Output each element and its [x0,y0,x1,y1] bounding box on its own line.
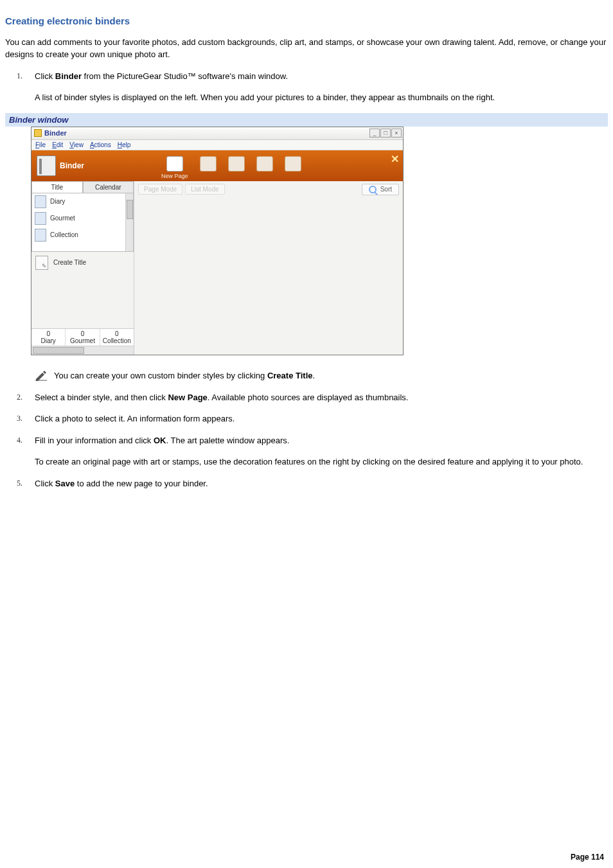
menu-file[interactable]: File [35,141,46,148]
intro-paragraph: You can add comments to your favorite ph… [5,37,608,61]
bold-term: New Page [168,393,207,402]
binder-style-icon [35,229,46,242]
window-body: Title Calendar Diary Gourmet Collection [31,181,403,355]
count-label: Gourmet [66,337,99,344]
count-label: Diary [31,337,65,344]
count-number: 0 [66,330,99,337]
window-titlebar: Binder _ □ × [31,127,403,140]
toolbar-binder-block: Binder [31,155,84,176]
text-fragment: Click [35,479,55,488]
scrollbar-thumb[interactable] [127,200,133,219]
step-number: 5. [17,477,22,489]
page-mode-button[interactable]: Page Mode [138,184,182,195]
magnifier-icon [369,186,377,193]
menu-actions[interactable]: Actions [90,141,111,148]
toolbar-new-page[interactable]: New Page [161,156,188,179]
step-text: Click Binder from the PictureGear Studio… [35,71,288,81]
scrollbar-thumb[interactable] [33,347,84,354]
list-item-label: Diary [50,198,65,205]
page-title: Creating electronic binders [5,15,608,26]
pencil-icon [35,371,48,381]
toolbar-buttons: New Page [161,152,301,179]
toolbar: Binder New Page ✕ [31,150,403,181]
maximize-button[interactable]: □ [380,128,391,137]
toolbar-icon [285,156,301,172]
bold-term: Binder [55,71,82,81]
text-fragment: . Available photo sources are displayed … [208,393,409,402]
count-cell: 0 Collection [100,329,134,346]
right-panel: Page Mode List Mode Sort [134,181,403,355]
binder-style-icon [35,195,46,208]
step-number: 1. [17,70,22,82]
toolbar-icon [256,156,273,172]
step-subtext: To create an original page with art or s… [35,456,608,468]
step-5: 5. Click Save to add the new page to you… [21,477,608,490]
toolbar-tools-icon[interactable]: ✕ [391,153,399,165]
window-title: Binder [44,129,67,137]
toolbar-icon [228,156,245,172]
minimize-button[interactable]: _ [369,128,380,137]
text-fragment: You can create your own custom binder st… [54,371,267,380]
text-fragment: . The art palette window appears. [166,436,289,445]
binder-icon [37,155,56,176]
vertical-scrollbar[interactable] [125,193,133,251]
new-page-label: New Page [161,173,188,179]
list-item[interactable]: Diary [32,193,133,210]
list-item[interactable]: Collection [32,227,133,244]
create-title-icon [35,256,48,270]
text-fragment: from the PictureGear Studio™ software's … [82,71,288,81]
toolbar-btn-5[interactable] [285,156,301,172]
tip-text: You can create your own custom binder st… [54,371,315,380]
menu-view[interactable]: View [69,141,84,148]
step-4: 4. Fill in your information and click OK… [21,434,608,468]
steps-list-cont: 2. Select a binder style, and then click… [21,391,608,490]
count-cell: 0 Gourmet [66,329,100,346]
menu-help[interactable]: Help [118,141,131,148]
bold-term: Save [55,479,75,488]
count-number: 0 [31,330,65,337]
toolbar-btn-3[interactable] [228,156,245,172]
tab-title[interactable]: Title [31,181,83,193]
new-page-icon [166,156,183,172]
sort-button[interactable]: Sort [362,184,399,195]
count-label: Collection [100,337,134,344]
sort-label: Sort [380,186,392,193]
window-buttons: _ □ × [369,128,402,137]
text-fragment: Click [35,71,55,81]
app-icon [34,129,42,137]
horizontal-scrollbar[interactable] [31,346,134,355]
toolbar-btn-4[interactable] [256,156,273,172]
toolbar-btn-2[interactable] [200,156,217,172]
text-fragment: to add the new page to your binder. [75,479,208,488]
step-text: Click a photo to select it. An informati… [35,414,235,423]
step-1: 1. Click Binder from the PictureGear Stu… [21,70,608,104]
tab-calendar[interactable]: Calendar [83,181,134,193]
close-button[interactable]: × [391,128,402,137]
step-number: 2. [17,391,22,403]
list-item-label: Gourmet [50,215,75,222]
toolbar-icon [200,156,217,172]
menu-bar: File Edit View Actions Help [31,140,403,150]
list-mode-button[interactable]: List Mode [185,184,224,195]
text-fragment: . [312,371,315,380]
step-text: Select a binder style, and then click Ne… [35,393,409,402]
text-fragment: Select a binder style, and then click [35,393,168,402]
binder-style-icon [35,212,46,225]
step-number: 4. [17,434,22,446]
left-tabs: Title Calendar [31,181,134,193]
step-3: 3. Click a photo to select it. An inform… [21,412,608,425]
screenshot-caption: Binder window [5,113,608,127]
create-title-button[interactable]: Create Title [31,252,134,274]
create-title-label: Create Title [53,259,86,266]
mode-bar: Page Mode List Mode Sort [134,181,403,198]
counts-row: 0 Diary 0 Gourmet 0 Collection [31,328,134,346]
toolbar-label: Binder [60,161,84,170]
binder-window-screenshot: Binder _ □ × File Edit View Actions Help… [31,127,404,355]
step-text: Click Save to add the new page to your b… [35,479,208,488]
bold-term: Create Title [267,371,313,380]
list-item[interactable]: Gourmet [32,210,133,227]
step-2: 2. Select a binder style, and then click… [21,391,608,404]
step-subtext: A list of binder styles is displayed on … [35,91,608,104]
list-item-label: Collection [50,231,78,238]
menu-edit[interactable]: Edit [52,141,63,148]
